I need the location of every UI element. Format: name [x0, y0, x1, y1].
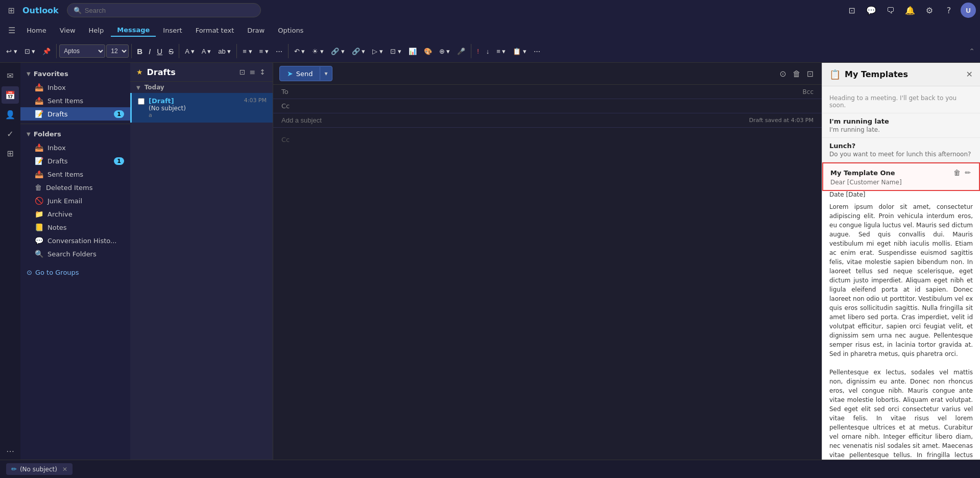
- delete-draft-icon[interactable]: 🗑: [791, 67, 803, 81]
- undo-button[interactable]: ↩ ▾: [3, 43, 20, 59]
- more-button[interactable]: ⋯: [273, 43, 285, 59]
- template-heading-preview: Heading to a meeting. I'll get back to y…: [829, 94, 973, 109]
- layout-icon[interactable]: ⊡: [238, 67, 247, 77]
- nav-inbox[interactable]: 📥 Inbox: [20, 141, 130, 154]
- font-select[interactable]: Aptos: [59, 44, 105, 58]
- signature-button[interactable]: 🎨: [421, 43, 435, 59]
- chart-button[interactable]: 📊: [405, 43, 420, 59]
- send-button[interactable]: ➤ Send ▾: [279, 66, 332, 81]
- header-icons: ⊡ ≡ ↕: [238, 67, 267, 77]
- sidebar-people-icon[interactable]: 👤: [2, 106, 19, 123]
- highlight-button[interactable]: A ▾: [199, 43, 214, 59]
- nav-archive[interactable]: 📁 Archive: [20, 207, 130, 221]
- cc-input[interactable]: [298, 102, 814, 110]
- strikethrough-button[interactable]: S: [166, 43, 176, 59]
- list-button[interactable]: ≡ ▾: [256, 43, 272, 59]
- template-one-edit[interactable]: ✏: [964, 168, 972, 178]
- filter-icon[interactable]: ≡: [249, 67, 257, 77]
- tags-button[interactable]: 📋 ▾: [510, 43, 530, 59]
- attach-button[interactable]: 🔗 ▾: [328, 43, 348, 59]
- collapse-ribbon[interactable]: ⌃: [969, 47, 977, 55]
- send-main[interactable]: ➤ Send: [280, 66, 320, 81]
- tab-insert[interactable]: Insert: [157, 25, 188, 36]
- bcc-link[interactable]: Bcc: [803, 88, 814, 95]
- tab-draw[interactable]: Draw: [241, 25, 271, 36]
- settings-icon[interactable]: ⚙: [922, 3, 937, 18]
- underline-button[interactable]: U: [154, 43, 165, 59]
- screen-share-icon[interactable]: ⊡: [844, 3, 859, 18]
- hamburger-menu[interactable]: ☰: [4, 23, 19, 37]
- paragraph-button[interactable]: ≡ ▾: [240, 43, 255, 59]
- help-icon[interactable]: ?: [941, 3, 957, 18]
- send-dropdown[interactable]: ▾: [320, 67, 331, 80]
- templates-close-button[interactable]: ✕: [966, 69, 973, 79]
- indent-button[interactable]: ↶ ▾: [291, 43, 308, 59]
- template-lunch-preview: Do you want to meet for lunch this after…: [829, 151, 973, 158]
- tab-message[interactable]: Message: [111, 24, 156, 37]
- nav-favorites-inbox[interactable]: 📥 Inbox: [20, 81, 130, 94]
- cc-body-label: Cc: [281, 136, 814, 144]
- subject-input[interactable]: [281, 116, 749, 124]
- nav-conversation[interactable]: 💬 Conversation Histo...: [20, 234, 130, 247]
- star-icon: ★: [136, 68, 143, 76]
- nav-junk[interactable]: 🚫 Junk Email: [20, 194, 130, 207]
- folders-section[interactable]: ▼ Folders: [20, 127, 130, 141]
- theme-button[interactable]: ☀ ▾: [309, 43, 327, 59]
- avatar[interactable]: U: [961, 3, 976, 18]
- bold-button[interactable]: B: [134, 43, 145, 59]
- notification-icon[interactable]: 🔔: [902, 3, 918, 18]
- nav-notes[interactable]: 📒 Notes: [20, 221, 130, 234]
- nav-sent[interactable]: 📤 Sent Items: [20, 168, 130, 181]
- go-to-groups[interactable]: ⊙ Go to Groups: [20, 265, 130, 280]
- email-checkbox[interactable]: [138, 98, 145, 105]
- font-size-select[interactable]: 12: [106, 44, 129, 58]
- popout-icon[interactable]: ⊡: [805, 67, 816, 81]
- sidebar-calendar-icon[interactable]: 📅: [2, 86, 19, 104]
- to-input[interactable]: [298, 88, 799, 95]
- search-input[interactable]: [85, 7, 254, 14]
- tab-help[interactable]: Help: [83, 25, 110, 36]
- sidebar-mail-icon[interactable]: ✉: [2, 67, 19, 84]
- font-color-button[interactable]: A ▾: [182, 43, 198, 59]
- sidebar-todo-icon[interactable]: ✓: [2, 125, 19, 142]
- sidebar-more-icon[interactable]: ⋯: [2, 442, 19, 460]
- importance-high-button[interactable]: !: [474, 43, 482, 59]
- sidebar-apps-icon[interactable]: ⊞: [2, 145, 19, 162]
- template-one-delete[interactable]: 🗑: [952, 168, 962, 178]
- compose-body[interactable]: Cc: [273, 128, 822, 460]
- link-button[interactable]: 🔗 ▾: [349, 43, 369, 59]
- format-button[interactable]: ≡ ▾: [493, 43, 509, 59]
- nav-favorites-sent[interactable]: 📤 Sent Items: [20, 94, 130, 107]
- clipboard-button[interactable]: ⊡ ▾: [21, 43, 39, 59]
- template-item-lunch[interactable]: Lunch? Do you want to meet for lunch thi…: [822, 138, 980, 162]
- app-grid-icon[interactable]: ⊞: [4, 3, 18, 17]
- sort-icon[interactable]: ↕: [258, 67, 267, 77]
- email-item[interactable]: [Draft] 4:03 PM (No subject) a: [130, 93, 273, 123]
- pin-button[interactable]: 📌: [39, 43, 54, 59]
- template-item-one[interactable]: My Template One 🗑 ✏ Dear [Customer Name]: [822, 162, 980, 191]
- nav-drafts[interactable]: 📝 Drafts 1: [20, 154, 130, 168]
- tab-format-text[interactable]: Format text: [189, 25, 241, 36]
- importance-low-button[interactable]: ↓: [483, 43, 493, 59]
- italic-button[interactable]: I: [146, 43, 153, 59]
- dictate-button[interactable]: 🎤: [454, 43, 468, 59]
- template-item-heading[interactable]: Heading to a meeting. I'll get back to y…: [822, 90, 980, 113]
- priority-icon[interactable]: ⊙: [777, 67, 788, 81]
- draft-tab[interactable]: ✏️ (No subject) ✕: [6, 463, 73, 475]
- emoji-button[interactable]: ⊕ ▾: [436, 43, 453, 59]
- feedback-icon[interactable]: 💬: [864, 3, 879, 18]
- play-button[interactable]: ▷ ▾: [369, 43, 386, 59]
- tab-home[interactable]: Home: [20, 25, 52, 36]
- tab-options[interactable]: Options: [272, 25, 309, 36]
- case-button[interactable]: ab ▾: [215, 43, 234, 59]
- tab-view[interactable]: View: [54, 25, 82, 36]
- template-item-running-late[interactable]: I'm running late I'm running late.: [822, 113, 980, 138]
- nav-deleted[interactable]: 🗑 Deleted Items: [20, 181, 130, 194]
- nav-search-folders[interactable]: 🔍 Search Folders: [20, 247, 130, 260]
- draft-tab-close[interactable]: ✕: [62, 466, 67, 473]
- chat-icon[interactable]: 🗨: [883, 3, 898, 18]
- overflow-button[interactable]: ⋯: [531, 43, 543, 59]
- nav-favorites-drafts[interactable]: 📝 Drafts 1: [20, 107, 130, 121]
- favorites-section[interactable]: ▼ Favorites: [20, 67, 130, 81]
- table-button[interactable]: ⊡ ▾: [387, 43, 404, 59]
